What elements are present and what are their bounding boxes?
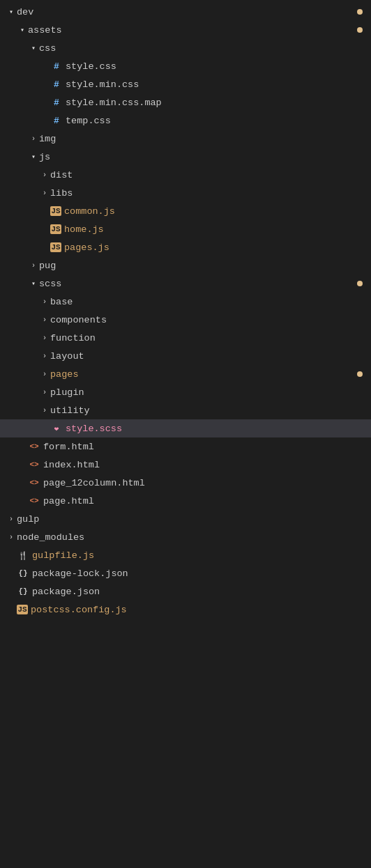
folder-label: pages [50, 369, 354, 380]
js-icon: JS [17, 605, 28, 614]
tree-item-style.min.css.map[interactable]: style.min.css.map [0, 93, 371, 111]
tree-item-dist[interactable]: dist [0, 166, 371, 184]
folder-label: base [50, 297, 363, 307]
file-label: package-lock.json [32, 568, 363, 579]
tree-item-style.scss[interactable]: ❤style.scss [0, 419, 371, 437]
chevron-open-icon [6, 6, 17, 17]
folder-label: libs [50, 188, 363, 199]
chevron-closed-icon [39, 187, 50, 199]
folder-label: dev [17, 7, 354, 17]
tree-item-scss[interactable]: scss [0, 274, 371, 293]
js-icon: JS [50, 242, 61, 252]
tree-item-gulp[interactable]: gulp [0, 510, 371, 528]
file-label: postcss.config.js [31, 605, 363, 615]
file-label: temp.css [66, 116, 363, 126]
folder-label: pug [39, 261, 363, 271]
file-label: style.min.css.map [66, 98, 363, 108]
folder-label: scss [39, 279, 354, 289]
file-label: page.html [43, 496, 363, 506]
file-label: style.min.css [66, 79, 363, 90]
tree-item-page_12column.html[interactable]: <>page_12column.html [0, 474, 371, 492]
folder-label: plugin [50, 387, 363, 398]
js-icon: JS [50, 206, 61, 216]
tree-item-style.css[interactable]: style.css [0, 57, 371, 75]
chevron-closed-icon [39, 332, 50, 343]
chevron-closed-icon [39, 387, 50, 398]
tree-item-js[interactable]: js [0, 148, 371, 166]
modified-badge [357, 281, 363, 286]
chevron-closed-icon [39, 314, 50, 325]
tree-item-common.js[interactable]: JScommon.js [0, 202, 371, 220]
chevron-closed-icon [39, 169, 50, 180]
css-icon [50, 60, 63, 72]
chevron-closed-icon [6, 513, 17, 525]
tree-item-components[interactable]: components [0, 311, 371, 329]
js-icon: JS [50, 224, 61, 234]
tree-item-form.html[interactable]: <>form.html [0, 437, 371, 456]
folder-label: img [39, 134, 363, 144]
tree-item-css[interactable]: css [0, 39, 371, 57]
folder-label: js [39, 152, 363, 162]
folder-label: components [50, 315, 363, 325]
chevron-closed-icon [39, 350, 50, 362]
tree-item-dev[interactable]: dev [0, 3, 371, 21]
tree-item-pug[interactable]: pug [0, 256, 371, 274]
file-label: form.html [43, 442, 363, 452]
chevron-closed-icon [39, 405, 50, 416]
file-label: style.scss [66, 424, 363, 434]
tree-item-layout[interactable]: layout [0, 347, 371, 365]
tree-item-home.js[interactable]: JShome.js [0, 220, 371, 238]
tree-item-pages[interactable]: pages [0, 365, 371, 383]
chevron-open-icon [28, 42, 39, 54]
tree-item-libs[interactable]: libs [0, 184, 371, 202]
json-icon: {} [17, 585, 29, 598]
file-label: home.js [64, 224, 363, 235]
file-label: package.json [32, 587, 363, 597]
chevron-open-icon [28, 151, 39, 162]
chevron-open-icon [17, 24, 28, 36]
tree-item-function[interactable]: function [0, 329, 371, 347]
tree-item-assets[interactable]: assets [0, 21, 371, 39]
tree-item-node_modules[interactable]: node_modules [0, 528, 371, 546]
css-icon [50, 114, 63, 127]
tree-item-plugin[interactable]: plugin [0, 383, 371, 401]
folder-label: dist [50, 170, 363, 180]
file-label: page_12column.html [43, 478, 363, 488]
folder-label: function [50, 333, 363, 343]
json-icon: {} [17, 567, 29, 580]
tree-item-pages.js[interactable]: JSpages.js [0, 238, 371, 256]
tree-item-style.min.css[interactable]: style.min.css [0, 75, 371, 93]
file-label: pages.js [64, 242, 363, 253]
tree-item-img[interactable]: img [0, 130, 371, 148]
html-icon: <> [28, 476, 40, 489]
gulp-icon: 🍴 [17, 549, 29, 561]
html-icon: <> [28, 495, 40, 507]
folder-label: assets [28, 25, 354, 36]
html-icon: <> [28, 458, 40, 471]
folder-label: utility [50, 405, 363, 416]
chevron-closed-icon [28, 133, 39, 144]
file-label: style.css [66, 61, 363, 72]
chevron-closed-icon [39, 369, 50, 380]
folder-label: css [39, 43, 363, 54]
file-label: index.html [43, 460, 363, 470]
tree-item-temp.css[interactable]: temp.css [0, 111, 371, 130]
modified-badge [357, 9, 363, 15]
css-icon [50, 78, 63, 91]
tree-item-package.json[interactable]: {}package.json [0, 582, 371, 600]
tree-item-postcss.config.js[interactable]: JSpostcss.config.js [0, 600, 371, 619]
tree-item-gulpfile.js[interactable]: 🍴gulpfile.js [0, 546, 371, 564]
folder-label: node_modules [17, 532, 363, 543]
file-tree: devassetscssstyle.cssstyle.min.cssstyle.… [0, 0, 371, 621]
tree-item-base[interactable]: base [0, 293, 371, 311]
chevron-open-icon [28, 278, 39, 289]
tree-item-index.html[interactable]: <>index.html [0, 456, 371, 474]
chevron-closed-icon [28, 260, 39, 271]
tree-item-package-lock.json[interactable]: {}package-lock.json [0, 564, 371, 582]
file-label: gulpfile.js [32, 550, 363, 561]
chevron-closed-icon [39, 296, 50, 307]
tree-item-page.html[interactable]: <>page.html [0, 492, 371, 510]
modified-badge [357, 27, 363, 33]
tree-item-utility[interactable]: utility [0, 401, 371, 419]
chevron-closed-icon [6, 532, 17, 543]
